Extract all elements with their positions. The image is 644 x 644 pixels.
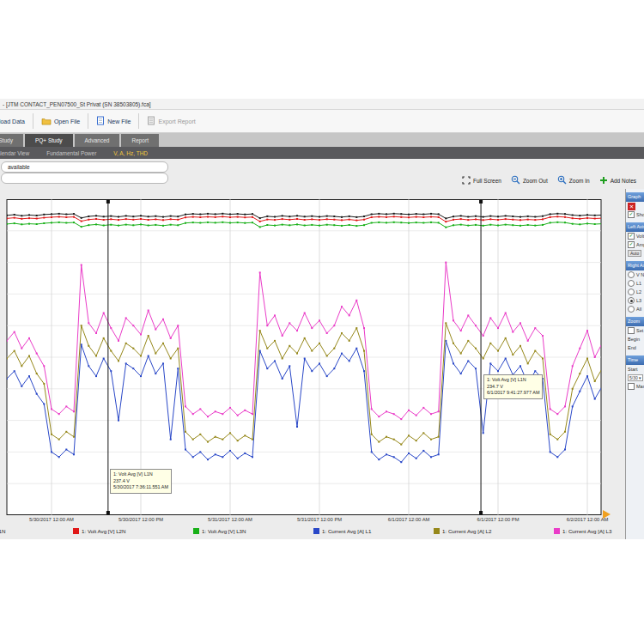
mini-button-auto[interactable]: Auto — [628, 250, 641, 257]
zoom-in-button[interactable]: Zoom In — [557, 175, 590, 185]
new-file-icon — [96, 116, 105, 126]
legend-item[interactable]: 1: Current Avg [A] L2 — [434, 528, 491, 534]
sidebar-row: Start — [626, 365, 644, 374]
full-screen-button[interactable]: Full Screen — [462, 176, 501, 185]
timeseries-chart[interactable] — [0, 199, 610, 515]
cursor-flag-time: 6/1/2017 9:41:27.977 AM — [487, 390, 539, 397]
legend-label: 1: Current Avg [A] L2 — [442, 528, 491, 534]
sidebar-row: ✕ — [626, 202, 644, 210]
legend-item[interactable]: 1: Current Avg [A] L3 — [554, 528, 611, 534]
sidebar-row-label: L3 — [636, 298, 641, 303]
download-data-label: Download Data — [0, 118, 25, 125]
radio-all[interactable] — [628, 306, 635, 313]
filter-field-1[interactable]: available — [1, 161, 168, 173]
radio-v-n[interactable] — [628, 271, 635, 278]
x-tick-label: 6/2/2017 12:00 AM — [549, 517, 626, 522]
main-toolbar: Download DataOpen FileNew FileExport Rep… — [0, 110, 644, 133]
tab-pq-study[interactable]: PQ+ Study — [25, 134, 73, 147]
checkbox-volts[interactable]: ✓ — [628, 233, 635, 240]
sidebar-row-label: Show — [636, 212, 644, 217]
close-icon[interactable]: ✕ — [628, 203, 635, 210]
add-notes-button[interactable]: Add Notes — [599, 176, 636, 185]
legend-label: 1: Current Avg [A] L1 — [322, 528, 371, 534]
x-tick-label: 6/1/2017 12:00 PM — [459, 517, 537, 522]
sidebar-panel-header-graph[interactable]: Graph — [626, 192, 644, 202]
sidebar-row: L1 — [626, 279, 644, 288]
cursor-flag-time: 5/30/2017 7:36:11.551 AM — [113, 484, 168, 491]
sidebar-panel-header-time[interactable]: Time — [626, 355, 644, 365]
sidebar-row: End — [626, 343, 644, 352]
legend-label: 1: Volt Avg [V] L1N — [0, 528, 5, 534]
legend-label: 1: Current Avg [A] L3 — [562, 528, 611, 534]
new-file-button[interactable]: New File — [88, 110, 138, 132]
legend-item[interactable]: 1: Current Avg [A] L1 — [313, 528, 371, 534]
sidebar-row: V N — [626, 270, 644, 279]
sidebar-panel-header-zoom[interactable]: Zoom — [626, 317, 644, 326]
legend-label: 1: Volt Avg [V] L3N — [202, 528, 246, 534]
sidebar-row: Man — [626, 382, 644, 391]
view-subtabs-bar: Calendar ViewFundamental PowerV, A, Hz, … — [0, 147, 644, 159]
legend-item[interactable]: 1: Volt Avg [V] L3N — [193, 528, 246, 534]
open-file-label: Open File — [54, 118, 80, 125]
sidebar-row-label: L2 — [636, 289, 641, 295]
zoom-in-label: Zoom In — [569, 178, 590, 184]
sidebar-row-label: Begin — [628, 337, 640, 342]
sidebar-row: All — [626, 305, 644, 313]
sidebar-panel-header-left-axis[interactable]: Left Axis — [626, 222, 644, 232]
subtab-calendar-view[interactable]: Calendar View — [0, 150, 29, 156]
legend-color-swatch — [73, 528, 79, 534]
tab-load-study[interactable]: Load Study — [0, 134, 23, 147]
subtab-v-a-hz-thd[interactable]: V, A, Hz, THD — [113, 150, 148, 156]
checkbox-man[interactable] — [628, 383, 635, 390]
mini-select-5-30[interactable]: 5/30 ▾ — [628, 374, 643, 381]
open-file-button[interactable]: Open File — [33, 110, 88, 132]
radio-l3[interactable] — [628, 297, 635, 304]
sidebar-row-label: Set — [636, 328, 643, 333]
subtab-fundamental-power[interactable]: Fundamental Power — [46, 150, 96, 156]
sidebar-row-label: End — [628, 345, 636, 350]
filter-field-2[interactable] — [1, 173, 168, 184]
sidebar-panel-header-right-axis[interactable]: Right Axis — [626, 261, 644, 270]
cursor-flag-1[interactable]: 1: Volt Avg [V] L1N 237.4 V 5/30/2017 7:… — [110, 469, 172, 494]
export-report-icon — [147, 116, 155, 126]
scroll-right-arrow[interactable] — [603, 510, 611, 519]
tab-advanced[interactable]: Advanced — [75, 134, 120, 147]
tab-report[interactable]: Report — [121, 134, 159, 147]
window-title: - [JTM CONTACT_PEN07500_St Privat (SN 38… — [0, 99, 644, 110]
zoom-out-icon — [511, 175, 520, 185]
full-screen-label: Full Screen — [473, 178, 501, 184]
export-report-button[interactable]: Export Report — [139, 110, 203, 132]
study-tabs-bar: Load StudyPQ+ StudyAdvancedReport — [0, 133, 644, 147]
checkbox-set[interactable] — [628, 327, 635, 334]
cursor-flag-value: 237.4 V — [113, 478, 168, 485]
legend-color-swatch — [313, 528, 319, 534]
sidebar-row: L3 — [626, 296, 644, 305]
sidebar-row-label: All — [636, 307, 641, 312]
checkbox-amps[interactable]: ✓ — [628, 241, 635, 248]
zoom-in-icon — [557, 175, 567, 185]
main-toolbar-buttons: Download DataOpen FileNew FileExport Rep… — [0, 110, 204, 132]
zoom-out-button[interactable]: Zoom Out — [511, 175, 548, 185]
settings-sidebar: Graph✕✓ShowLeft Axis✓Volts✓AmpsAutoRight… — [625, 189, 644, 539]
radio-l1[interactable] — [628, 280, 635, 287]
sidebar-row: ✓Volts — [626, 232, 644, 240]
sidebar-row: ✓Show — [626, 210, 644, 219]
legend-item[interactable]: 1: Volt Avg [V] L1N — [0, 528, 5, 534]
x-tick-label: 5/31/2017 12:00 AM — [191, 517, 269, 522]
checkbox-show[interactable]: ✓ — [628, 211, 635, 218]
legend-color-swatch — [554, 528, 560, 534]
sidebar-row-label: Amps — [636, 242, 644, 247]
cursor-flag-value: 234.7 V — [487, 384, 539, 391]
legend-color-swatch — [434, 528, 440, 534]
legend-color-swatch — [193, 528, 199, 534]
cursor-flag-2[interactable]: 1: Volt Avg [V] L1N 234.7 V 6/1/2017 9:4… — [483, 374, 543, 399]
legend-label: 1: Volt Avg [V] L2N — [82, 528, 125, 534]
cursor-flag-series: 1: Volt Avg [V] L1N — [487, 377, 539, 384]
view-subtabs: Calendar ViewFundamental PowerV, A, Hz, … — [0, 150, 148, 156]
sidebar-row-label: Man — [636, 384, 644, 389]
x-tick-label: 5/30/2017 12:00 PM — [102, 517, 179, 522]
legend-item[interactable]: 1: Volt Avg [V] L2N — [73, 528, 125, 534]
radio-l2[interactable] — [628, 289, 635, 295]
download-data-button[interactable]: Download Data — [0, 110, 33, 132]
x-tick-label: 6/1/2017 12:00 AM — [370, 517, 447, 522]
